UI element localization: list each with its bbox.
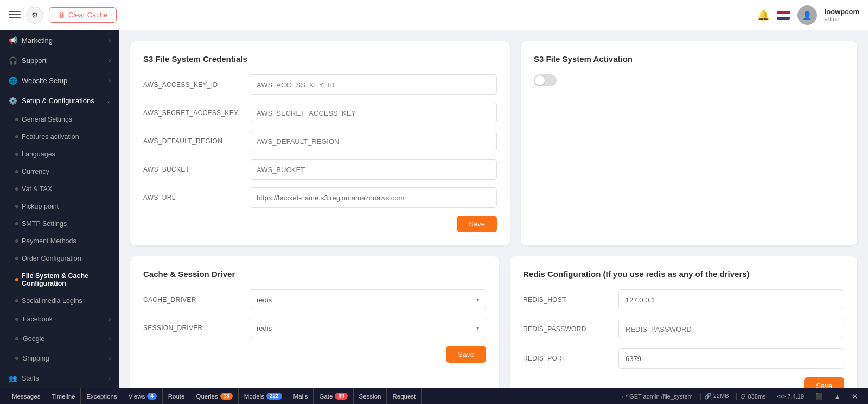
gear-icon: ⚙️	[9, 97, 17, 105]
debug-close-icon[interactable]: ✕	[848, 392, 861, 401]
row-cache: Cache & Session Driver CACHE_DRIVER redi…	[130, 256, 857, 388]
debug-timeline[interactable]: Timeline	[46, 388, 81, 404]
language-flag[interactable]	[777, 11, 790, 20]
aws-region-input[interactable]	[250, 131, 497, 152]
sidebar-item-setup-configs[interactable]: ⚙️ Setup & Configurations ⌄	[0, 91, 119, 111]
debug-route[interactable]: Route	[163, 388, 191, 404]
debug-extra-icon: ⬛	[812, 393, 826, 400]
sidebar-sub-payment-methods[interactable]: Payment Methods	[0, 232, 119, 250]
topbar: ⚙ 🗑 Clear Cache 🔔 👤 loowpcom admin	[0, 0, 868, 30]
main-layout: 📢 Marketing › 🎧 Support › 🌐 Website Setu…	[0, 30, 868, 388]
debug-route-info: ⮐ GET admin /file_system	[618, 393, 696, 400]
debug-memory: 🔗 22MB	[700, 393, 732, 400]
debug-php-version: </> 7.4.19	[774, 393, 808, 400]
chevron-right-icon: ›	[109, 356, 111, 362]
redis-password-input[interactable]	[618, 319, 844, 339]
cache-save-button[interactable]: Save	[446, 346, 486, 363]
aws-url-label: AWS_URL	[143, 194, 241, 201]
debug-request[interactable]: Request	[387, 388, 422, 404]
redis-save-button[interactable]: Save	[804, 377, 844, 388]
sidebar-item-shipping[interactable]: Shipping ›	[0, 349, 119, 368]
s3-activation-toggle[interactable]	[534, 74, 557, 86]
sidebar-sub-order-configuration[interactable]: Order Configuration	[0, 250, 119, 267]
dot-icon	[15, 318, 18, 321]
redis-password-row: REDIS_PASSWORD	[523, 319, 844, 339]
staffs-icon: 👥	[9, 374, 17, 382]
dot-icon	[15, 153, 18, 156]
redis-host-input[interactable]	[618, 289, 844, 310]
debug-right-info: ⮐ GET admin /file_system 🔗 22MB ⏱ 838ms …	[618, 392, 861, 401]
redis-config-card: Redis Configuration (If you use redis as…	[510, 256, 857, 388]
hamburger-menu[interactable]	[9, 11, 21, 20]
gear-button[interactable]: ⚙	[26, 7, 43, 24]
sidebar-item-facebook[interactable]: Facebook ›	[0, 310, 119, 329]
user-role-label: admin	[825, 16, 859, 22]
topbar-right: 🔔 👤 loowpcom admin	[757, 5, 859, 25]
cache-driver-wrapper: redis file database memcached ▾	[250, 289, 486, 310]
sidebar-item-support[interactable]: 🎧 Support ›	[0, 50, 119, 71]
clear-cache-button[interactable]: 🗑 Clear Cache	[49, 7, 117, 23]
debug-models[interactable]: Models 222	[239, 388, 288, 404]
sidebar-item-marketing[interactable]: 📢 Marketing ›	[0, 30, 119, 50]
user-avatar: 👤	[797, 5, 817, 25]
aws-secret-key-label: AWS_SECRET_ACCESS_KEY	[143, 109, 241, 117]
debug-messages[interactable]: Messages	[7, 388, 46, 404]
aws-bucket-input[interactable]	[250, 159, 497, 180]
aws-access-key-input[interactable]	[250, 74, 497, 95]
s3-credentials-title: S3 File System Credentials	[143, 54, 497, 64]
sidebar-sub-languages[interactable]: Languages	[0, 146, 119, 163]
s3-save-button[interactable]: Save	[457, 216, 497, 232]
debug-mails[interactable]: Mails	[288, 388, 314, 404]
s3-credentials-card: S3 File System Credentials AWS_ACCESS_KE…	[130, 41, 510, 245]
aws-url-input[interactable]	[250, 187, 497, 208]
sidebar-sub-general-settings[interactable]: General Settings	[0, 111, 119, 128]
session-driver-select[interactable]: redis file database cookie	[250, 318, 486, 338]
debug-bar: Messages Timeline Exceptions Views 4 Rou…	[0, 388, 868, 404]
aws-access-key-row: AWS_ACCESS_KEY_ID	[143, 74, 497, 95]
cache-session-card: Cache & Session Driver CACHE_DRIVER redi…	[130, 256, 499, 388]
views-badge: 4	[147, 393, 157, 400]
sidebar-sub-file-system[interactable]: File System & Cache Configuration	[0, 267, 119, 292]
username-label: loowpcom	[825, 8, 859, 16]
sidebar-item-staffs[interactable]: 👥 Staffs ›	[0, 368, 119, 388]
notification-bell-icon[interactable]: 🔔	[757, 9, 769, 21]
dot-icon	[15, 337, 18, 340]
debug-session[interactable]: Session	[354, 388, 387, 404]
debug-gate[interactable]: Gate 89	[314, 388, 353, 404]
cache-save-row: Save	[143, 346, 486, 363]
dot-icon	[15, 239, 18, 243]
dot-icon	[15, 135, 18, 138]
chevron-right-icon: ›	[109, 336, 111, 342]
redis-port-input[interactable]	[618, 348, 844, 369]
sidebar: 📢 Marketing › 🎧 Support › 🌐 Website Setu…	[0, 30, 119, 388]
cache-driver-label: CACHE_DRIVER	[143, 296, 241, 304]
content-area: S3 File System Credentials AWS_ACCESS_KE…	[119, 30, 868, 388]
debug-exceptions[interactable]: Exceptions	[81, 388, 123, 404]
aws-url-row: AWS_URL	[143, 187, 497, 208]
cache-driver-select[interactable]: redis file database memcached	[250, 289, 486, 310]
chevron-right-icon: ›	[109, 78, 111, 84]
user-info: loowpcom admin	[825, 8, 859, 22]
session-driver-label: SESSION_DRIVER	[143, 324, 241, 332]
aws-secret-key-input[interactable]	[250, 103, 497, 123]
debug-time: ⏱ 838ms	[736, 393, 769, 400]
dot-icon	[15, 170, 18, 173]
sidebar-sub-social-media[interactable]: Social media Logins	[0, 292, 119, 310]
sidebar-sub-features-activation[interactable]: Features activation	[0, 128, 119, 146]
sidebar-sub-smtp-settings[interactable]: SMTP Settings	[0, 215, 119, 232]
debug-queries[interactable]: Queries 13	[190, 388, 238, 404]
dot-icon	[15, 222, 18, 225]
gate-badge: 89	[335, 393, 347, 400]
redis-host-label: REDIS_HOST	[523, 296, 610, 304]
sidebar-item-google[interactable]: Google ›	[0, 329, 119, 349]
session-driver-row: SESSION_DRIVER redis file database cooki…	[143, 318, 486, 338]
redis-port-label: REDIS_PORT	[523, 355, 610, 362]
sidebar-item-website-setup[interactable]: 🌐 Website Setup ›	[0, 71, 119, 91]
sidebar-sub-vat-tax[interactable]: Vat & TAX	[0, 180, 119, 198]
redis-host-row: REDIS_HOST	[523, 289, 844, 310]
sidebar-sub-pickup-point[interactable]: Pickup point	[0, 198, 119, 215]
sidebar-sub-currency[interactable]: Currency	[0, 163, 119, 180]
support-icon: 🎧	[9, 56, 17, 65]
debug-views[interactable]: Views 4	[123, 388, 163, 404]
debug-expand-icon[interactable]: ▲	[831, 393, 844, 400]
